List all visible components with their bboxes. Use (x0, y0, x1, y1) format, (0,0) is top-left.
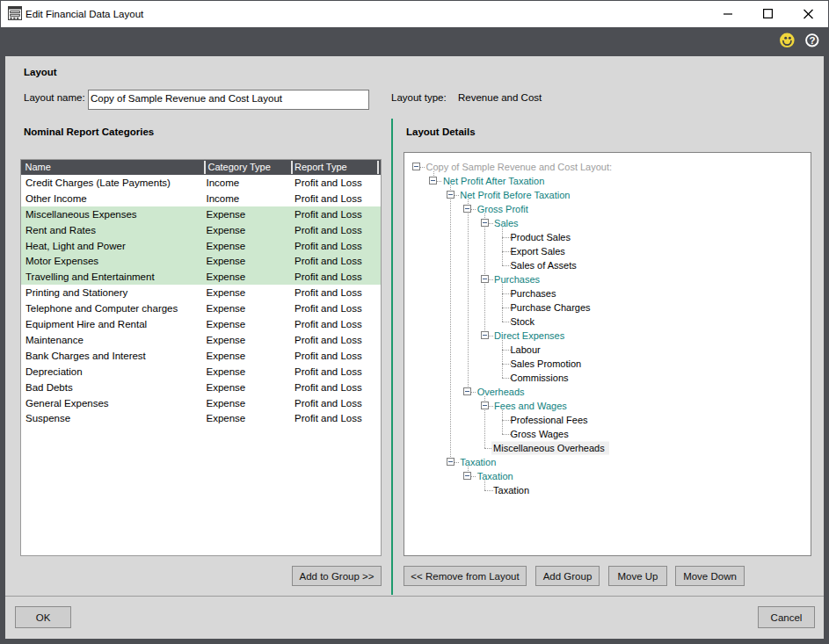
svg-text:?: ? (809, 35, 815, 46)
